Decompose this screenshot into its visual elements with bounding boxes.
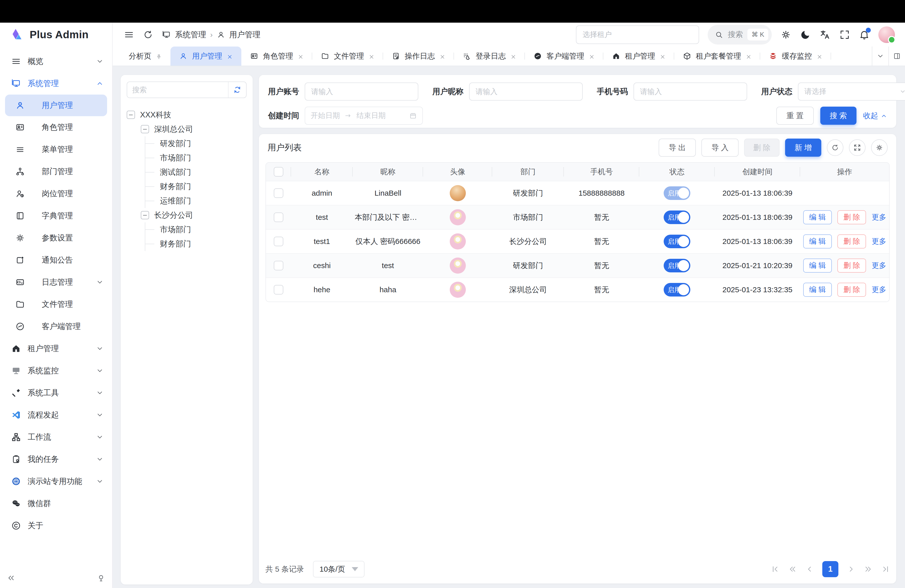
tenant-select-input[interactable] <box>576 25 699 44</box>
tree-refresh-button[interactable] <box>228 82 246 98</box>
close-icon[interactable] <box>510 53 516 59</box>
back-5-pages-icon[interactable] <box>788 565 797 574</box>
settings-gear-icon[interactable] <box>780 29 791 40</box>
close-icon[interactable] <box>746 53 752 59</box>
fullscreen-icon[interactable] <box>839 29 850 40</box>
pin-sidebar-icon[interactable] <box>97 574 106 582</box>
dark-mode-moon-icon[interactable] <box>800 29 811 40</box>
user-avatar[interactable] <box>878 26 895 43</box>
status-toggle[interactable]: 启用 <box>664 259 690 272</box>
sidebar-item-menu-management[interactable]: 菜单管理 <box>0 138 112 161</box>
sidebar-item-dept-management[interactable]: 部门管理 <box>0 161 112 183</box>
add-button[interactable]: 新 增 <box>785 138 821 157</box>
expand-table-button[interactable] <box>849 139 865 156</box>
sidebar-item-client-management[interactable]: 客户端管理 <box>0 315 112 337</box>
close-icon[interactable] <box>589 53 595 59</box>
breadcrumb-page[interactable]: 用户管理 <box>229 29 260 40</box>
select-all-checkbox[interactable] <box>274 167 283 176</box>
first-page-icon[interactable] <box>771 565 780 574</box>
tab-list-chevron-icon[interactable] <box>872 46 888 66</box>
pin-icon[interactable] <box>156 53 162 59</box>
sidebar-item-system-tools[interactable]: 系统工具 <box>0 382 112 404</box>
more-link[interactable]: 更多 <box>872 213 886 221</box>
edit-button[interactable]: 编 辑 <box>803 210 832 224</box>
tree-collapse-icon[interactable] <box>127 111 135 119</box>
close-icon[interactable] <box>660 53 666 59</box>
tree-node-dept[interactable]: 市场部门 <box>145 222 247 237</box>
tree-search-input[interactable] <box>127 82 228 98</box>
tree-node-branch[interactable]: 长沙分公司 <box>141 208 247 222</box>
row-checkbox[interactable] <box>274 188 283 198</box>
sidebar-item-file-management[interactable]: 文件管理 <box>0 293 112 315</box>
delete-row-button[interactable]: 删 除 <box>837 234 866 248</box>
collapse-sidebar-icon[interactable] <box>6 574 16 582</box>
tree-node-dept[interactable]: 财务部门 <box>145 237 247 251</box>
forward-5-pages-icon[interactable] <box>864 565 873 574</box>
close-icon[interactable] <box>816 53 822 59</box>
hamburger-icon[interactable] <box>124 29 134 40</box>
tab-cache-monitor[interactable]: 缓存监控 <box>760 46 831 66</box>
tree-collapse-icon[interactable] <box>141 125 149 133</box>
export-button[interactable]: 导 出 <box>659 138 696 157</box>
sidebar-item-workflow[interactable]: 工作流 <box>0 426 112 448</box>
tree-node-dept[interactable]: 测试部门 <box>145 165 247 179</box>
phone-input[interactable] <box>634 83 747 100</box>
tab-tenant-management[interactable]: 租户管理 <box>603 46 674 66</box>
sidebar-item-about[interactable]: 关于 <box>0 515 112 537</box>
row-checkbox[interactable] <box>274 261 283 270</box>
close-icon[interactable] <box>227 53 233 59</box>
sidebar-item-my-tasks[interactable]: 我的任务 <box>0 448 112 470</box>
delete-button[interactable]: 删 除 <box>744 138 779 157</box>
sidebar-item-dict-management[interactable]: 字典管理 <box>0 205 112 227</box>
status-toggle[interactable]: 启用 <box>664 210 690 224</box>
tree-node-dept[interactable]: 市场部门 <box>145 151 247 165</box>
sidebar-item-log-management[interactable]: 日志管理 <box>0 271 112 293</box>
search-button[interactable]: 搜 索 <box>820 106 856 125</box>
tab-tenant-package[interactable]: 租户套餐管理 <box>674 46 760 66</box>
global-search[interactable]: 搜索 ⌘ K <box>708 25 772 44</box>
tab-analytics[interactable]: 分析页 <box>120 46 170 66</box>
close-icon[interactable] <box>298 53 304 59</box>
next-page-icon[interactable] <box>847 565 856 574</box>
sidebar-item-system-monitor[interactable]: 系统监控 <box>0 360 112 382</box>
sidebar-item-role-management[interactable]: 角色管理 <box>0 116 112 138</box>
last-page-icon[interactable] <box>881 565 890 574</box>
row-checkbox[interactable] <box>274 237 283 246</box>
edit-button[interactable]: 编 辑 <box>803 259 832 273</box>
delete-row-button[interactable]: 删 除 <box>837 259 866 273</box>
notification-bell-icon[interactable] <box>859 29 870 40</box>
tab-client-management[interactable]: 客户端管理 <box>525 46 603 66</box>
more-link[interactable]: 更多 <box>872 261 886 269</box>
edit-button[interactable]: 编 辑 <box>803 234 832 248</box>
sidebar-item-tenant-management[interactable]: 租户管理 <box>0 337 112 360</box>
tree-collapse-icon[interactable] <box>141 211 149 219</box>
delete-row-button[interactable]: 删 除 <box>837 283 866 297</box>
tree-node-dept[interactable]: 运维部门 <box>145 194 247 208</box>
close-icon[interactable] <box>440 53 445 59</box>
sidebar-item-post-management[interactable]: 岗位管理 <box>0 183 112 205</box>
sidebar-item-notice[interactable]: 通知公告 <box>0 249 112 271</box>
tree-node-company[interactable]: XXX科技 <box>127 108 247 122</box>
table-settings-button[interactable] <box>871 139 888 156</box>
tab-file-management[interactable]: 文件管理 <box>312 46 383 66</box>
page-size-select[interactable]: 10条/页 <box>313 561 365 577</box>
account-input[interactable] <box>305 83 418 100</box>
status-toggle[interactable]: 启用 <box>664 186 690 200</box>
close-icon[interactable] <box>368 53 375 59</box>
sidebar-item-user-management[interactable]: 用户管理 <box>5 95 107 116</box>
sidebar-item-param-settings[interactable]: 参数设置 <box>0 227 112 249</box>
status-select[interactable]: 请选择 <box>798 83 905 100</box>
sidebar-item-demo-features[interactable]: 演示站专用功能 <box>0 470 112 493</box>
refresh-icon[interactable] <box>143 29 153 40</box>
tab-login-log[interactable]: 登录日志 <box>454 46 525 66</box>
status-toggle[interactable]: 启用 <box>664 235 690 248</box>
import-button[interactable]: 导 入 <box>701 138 738 157</box>
tree-node-branch[interactable]: 深圳总公司 <box>141 122 247 136</box>
collapse-filters-link[interactable]: 收起 <box>863 111 887 121</box>
translate-icon[interactable] <box>819 29 830 40</box>
more-link[interactable]: 更多 <box>872 237 886 245</box>
tree-node-dept[interactable]: 财务部门 <box>145 179 247 194</box>
delete-row-button[interactable]: 删 除 <box>837 210 866 224</box>
tree-node-dept[interactable]: 研发部门 <box>145 136 247 151</box>
more-link[interactable]: 更多 <box>872 286 886 294</box>
